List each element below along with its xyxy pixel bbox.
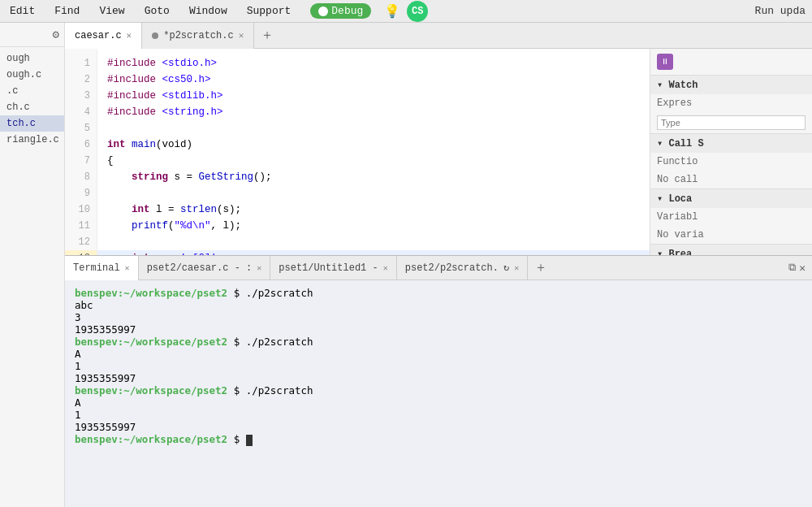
sidebar-file-tch-c[interactable]: tch.c xyxy=(0,115,64,132)
callstack-section: ▾ Call S Functio No call xyxy=(650,134,812,189)
terminal-tab-icons: ⧉ ✕ xyxy=(788,262,812,275)
line-num-3: 3 xyxy=(65,88,97,104)
sidebar-files: ough ough.c .c ch.c tch.c riangle.c xyxy=(0,47,64,507)
term-line-9: benspev:~/workspace/pset2 $ ./p2scratch xyxy=(75,384,802,396)
terminal-tab-p2scratch[interactable]: pset2/p2scratch. ↻ ✕ xyxy=(397,256,528,280)
lightbulb-icon[interactable]: 💡 xyxy=(384,3,400,20)
sidebar-file-ough-c[interactable]: ough.c xyxy=(0,67,64,83)
menu-window[interactable]: Window xyxy=(186,3,231,19)
terminal-tab-close[interactable]: ✕ xyxy=(257,263,261,273)
sidebar-file-triangle-c[interactable]: riangle.c xyxy=(0,132,64,148)
sidebar-file-ough[interactable]: ough xyxy=(0,50,64,67)
term-line-2: abc xyxy=(75,299,802,311)
top-icons: 💡 CS xyxy=(384,1,428,22)
line-num-8: 8 xyxy=(65,169,97,185)
sidebar: ⚙ ough ough.c .c ch.c tch.c riangle.c xyxy=(0,23,65,507)
variable-label: Variabl xyxy=(650,208,812,226)
tab-add-button[interactable]: ＋ xyxy=(254,27,280,44)
bottom-area: Terminal ✕ pset2/caesar.c - : ✕ pset1/Un… xyxy=(65,255,812,507)
locals-header[interactable]: ▾ Loca xyxy=(650,189,812,208)
line-num-1: 1 xyxy=(65,55,97,72)
term-line-7: 1 xyxy=(75,360,802,372)
terminal-tab-caesar[interactable]: pset2/caesar.c - : ✕ xyxy=(139,256,271,280)
watch-expr-label: Expres xyxy=(650,94,812,112)
debug-pause[interactable]: ⏸ xyxy=(657,54,673,70)
function-label: Functio xyxy=(650,153,812,171)
run-update-button[interactable]: Run upda xyxy=(755,5,806,17)
tab-p2scratch-c[interactable]: *p2scratch.c ✕ xyxy=(142,23,254,49)
code-editor: 1 2 3 4 5 6 7 8 9 10 11 12 13 14 15 xyxy=(65,49,650,255)
tab-close-caesar[interactable]: ✕ xyxy=(127,30,132,41)
terminal-cursor xyxy=(246,435,253,446)
term-line-6: A xyxy=(75,348,802,360)
tab-close-p2scratch[interactable]: ✕ xyxy=(239,30,244,41)
watch-header[interactable]: ▾ Watch xyxy=(650,76,812,94)
editor-tabs: caesar.c ✕ *p2scratch.c ✕ ＋ xyxy=(65,23,812,49)
menu-view[interactable]: View xyxy=(96,3,127,19)
sidebar-top: ⚙ xyxy=(0,23,64,47)
tab-label: *p2scratch.c xyxy=(163,30,233,41)
code-line-12 xyxy=(97,234,650,250)
menu-goto[interactable]: Goto xyxy=(141,3,173,19)
term-line-11: 1 xyxy=(75,409,802,421)
term-line-12: 1935355997 xyxy=(75,421,802,433)
terminal-tab-close[interactable]: ✕ xyxy=(125,263,130,273)
term-line-4: 1935355997 xyxy=(75,323,802,336)
code-line-1: #include <stdio.h> xyxy=(97,55,650,72)
main-layout: ⚙ ough ough.c .c ch.c tch.c riangle.c ca… xyxy=(0,23,812,507)
debug-button[interactable]: Debug xyxy=(310,3,371,19)
terminal-tab-untitled[interactable]: pset1/Untitled1 - ✕ xyxy=(270,256,396,280)
watch-expression-input[interactable] xyxy=(657,115,806,130)
terminal-tab-close[interactable]: ✕ xyxy=(514,263,519,273)
code-line-7: { xyxy=(97,153,650,169)
code-line-8: string s = GetString(); xyxy=(97,169,650,185)
tab-label: caesar.c xyxy=(75,30,122,41)
terminal-content[interactable]: benspev:~/workspace/pset2 $ ./p2scratch … xyxy=(65,280,812,507)
term-line-3: 3 xyxy=(75,311,802,323)
sidebar-file-ch-c[interactable]: ch.c xyxy=(0,99,64,115)
terminal-tab-main[interactable]: Terminal ✕ xyxy=(65,256,139,280)
menu-find[interactable]: Find xyxy=(51,3,83,19)
sidebar-file-c[interactable]: .c xyxy=(0,83,64,99)
line-num-9: 9 xyxy=(65,185,97,202)
watch-input-container xyxy=(650,112,812,133)
close-panel-icon[interactable]: ✕ xyxy=(799,262,806,275)
code-line-4: #include <string.h> xyxy=(97,104,650,120)
code-line-11: printf("%d\n", l); xyxy=(97,218,650,234)
terminal-tab-label: pset2/p2scratch. xyxy=(405,262,499,274)
watch-label: ▾ Watch xyxy=(657,79,698,91)
tab-caesar-c[interactable]: caesar.c ✕ xyxy=(65,23,142,49)
line-num-7: 7 xyxy=(65,153,97,169)
code-content[interactable]: #include <stdio.h> #include <cs50.h> #in… xyxy=(97,49,650,255)
no-vars-label: No varia xyxy=(650,226,812,244)
menu-edit[interactable]: Edit xyxy=(6,3,38,19)
terminal-tab-close[interactable]: ✕ xyxy=(383,263,388,273)
gear-icon[interactable]: ⚙ xyxy=(53,28,59,41)
no-call-label: No call xyxy=(650,171,812,188)
menu-support[interactable]: Support xyxy=(244,3,295,19)
term-line-5: benspev:~/workspace/pset2 $ ./p2scratch xyxy=(75,336,802,348)
breakpoints-header[interactable]: ▾ Brea xyxy=(650,245,812,255)
line-num-10: 10 xyxy=(65,202,97,218)
term-line-13: benspev:~/workspace/pset2 $ xyxy=(75,433,802,446)
terminal-tab-add[interactable]: ＋ xyxy=(528,259,554,276)
code-line-10: int l = strlen(s); xyxy=(97,202,650,218)
debug-label: Debug xyxy=(331,5,363,17)
term-line-1: benspev:~/workspace/pset2 $ ./p2scratch xyxy=(75,287,802,299)
copy-icon[interactable]: ⧉ xyxy=(788,262,796,274)
avatar: CS xyxy=(407,1,428,22)
term-line-10: A xyxy=(75,396,802,409)
callstack-header[interactable]: ▾ Call S xyxy=(650,134,812,153)
loading-spinner: ↻ xyxy=(503,262,509,274)
code-line-5 xyxy=(97,120,650,136)
locals-section: ▾ Loca Variabl No varia xyxy=(650,189,812,245)
watch-section: ▾ Watch Expres xyxy=(650,76,812,134)
line-numbers: 1 2 3 4 5 6 7 8 9 10 11 12 13 14 15 xyxy=(65,49,97,255)
code-line-2: #include <cs50.h> xyxy=(97,72,650,88)
menu-bar: Edit Find View Goto Window Support Debug… xyxy=(0,0,812,23)
breakpoints-section: ▾ Brea xyxy=(650,245,812,255)
terminal-tab-label: pset2/caesar.c - : xyxy=(147,262,253,274)
line-num-4: 4 xyxy=(65,104,97,120)
line-num-2: 2 xyxy=(65,72,97,88)
line-num-5: 5 xyxy=(65,120,97,136)
